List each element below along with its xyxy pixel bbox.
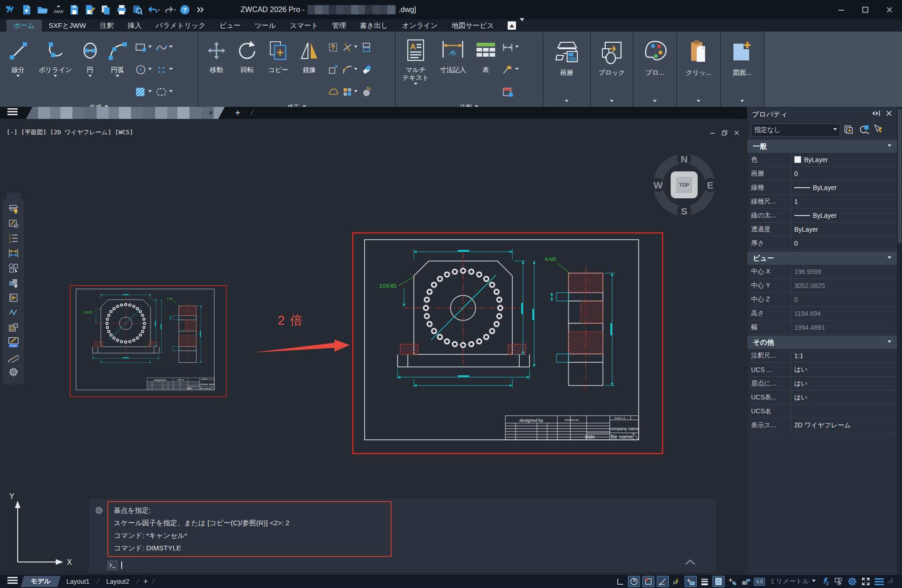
block-replace-icon[interactable]: [7, 277, 20, 289]
annotation-visibility-icon[interactable]: [740, 576, 752, 587]
model-tab[interactable]: モデル: [21, 576, 61, 587]
snap-tracking-icon[interactable]: [657, 576, 669, 587]
leader-tool[interactable]: [501, 63, 520, 76]
rotate-button[interactable]: 回転: [234, 34, 261, 74]
polyline-vertex-icon[interactable]: [7, 307, 20, 319]
new-file-icon[interactable]: [20, 3, 33, 16]
customize-icon[interactable]: [874, 576, 885, 587]
ribbon-panel-properties[interactable]: プロ...: [634, 32, 677, 107]
annotation-monitor-icon[interactable]: [820, 576, 831, 587]
view-compass[interactable]: N W E S TOP: [648, 149, 720, 221]
select-objects-icon[interactable]: [873, 124, 883, 136]
selection-filter-dropdown[interactable]: 指定なし: [751, 124, 840, 137]
viewport-window-icon[interactable]: [7, 321, 20, 333]
clipboard-panel-dropdown[interactable]: [677, 97, 720, 107]
ortho-icon[interactable]: [614, 576, 626, 587]
selection-cycling-icon[interactable]: [833, 576, 844, 587]
explode-tool[interactable]: [360, 85, 373, 98]
array-tool[interactable]: [341, 85, 359, 98]
tab-parametric[interactable]: パラメトリック: [149, 20, 212, 32]
erase-tool[interactable]: [360, 63, 373, 76]
viewport-label[interactable]: [-] [平面図] [2D ワイヤフレーム] [WCS]: [7, 128, 133, 137]
lineweight-icon[interactable]: [699, 576, 710, 587]
tab-close-icon[interactable]: ×: [209, 109, 213, 117]
ribbon-panel-layer[interactable]: 画層: [543, 32, 591, 107]
toolbar-more-icon[interactable]: [194, 3, 207, 16]
dimension-button[interactable]: 寸法記入: [435, 34, 471, 74]
dynamic-input-icon[interactable]: [685, 576, 697, 587]
revcloud-edit-tool[interactable]: [327, 85, 340, 98]
hatch-tool[interactable]: [134, 85, 153, 98]
xref-open-icon[interactable]: [7, 292, 20, 304]
properties-panel-dropdown[interactable]: [634, 97, 676, 107]
dynamic-ucs-icon[interactable]: [671, 576, 682, 587]
tab-manage[interactable]: 管理: [325, 20, 353, 32]
minimize-button[interactable]: [835, 4, 847, 16]
autohide-icon[interactable]: [872, 110, 880, 118]
ellipse-tool[interactable]: [134, 63, 153, 76]
toggle-pickadd-icon[interactable]: [858, 124, 869, 136]
tab-view[interactable]: ビュー: [213, 20, 248, 32]
polar-tracking-icon[interactable]: [628, 576, 640, 587]
preview-icon[interactable]: [131, 3, 144, 16]
properties-scrollbar[interactable]: [897, 107, 902, 575]
table-button[interactable]: 表: [475, 34, 497, 74]
status-gear-icon[interactable]: [847, 576, 858, 587]
linear-dim-tool[interactable]: [501, 41, 520, 54]
copy-icon[interactable]: [99, 3, 112, 16]
object-snap-icon[interactable]: [642, 576, 654, 587]
layout1-tab[interactable]: Layout1: [64, 578, 92, 585]
palette-close-icon[interactable]: [886, 110, 892, 118]
point-tool[interactable]: [155, 63, 174, 76]
drawing-panel-dropdown[interactable]: [721, 97, 764, 107]
settings-gear-icon[interactable]: [7, 366, 20, 378]
tab-sxf-jww[interactable]: SXFとJWW: [42, 20, 93, 32]
tab-online[interactable]: オンライン: [395, 20, 445, 32]
numbered-list-icon[interactable]: 123: [7, 232, 20, 244]
help-icon[interactable]: ?: [178, 3, 191, 16]
move-button[interactable]: 移動: [203, 34, 230, 74]
save-icon[interactable]: [68, 3, 81, 16]
tab-map-service[interactable]: 地図サービス: [444, 20, 501, 32]
table-cell-tool[interactable]: [501, 85, 520, 98]
tab-home[interactable]: ホーム: [7, 20, 42, 32]
print-icon[interactable]: [115, 3, 128, 16]
ribbon-panel-block[interactable]: ブロック: [591, 32, 634, 107]
section-view[interactable]: ビュー: [747, 252, 897, 265]
ribbon-panel-clipboard[interactable]: クリッ...: [677, 32, 721, 107]
vp-restore-icon[interactable]: [722, 129, 727, 137]
layer-preview-icon[interactable]: [7, 203, 20, 215]
command-expand-icon[interactable]: [684, 558, 696, 568]
quick-select-icon[interactable]: [844, 124, 854, 136]
compass-north[interactable]: N: [680, 154, 687, 164]
maximize-button[interactable]: [859, 4, 871, 16]
offset-tool[interactable]: [360, 41, 373, 54]
compass-top-label[interactable]: TOP: [679, 182, 689, 188]
arc-button[interactable]: 円弧: [105, 34, 130, 79]
block-panel-dropdown[interactable]: [591, 97, 633, 107]
vp-close-icon[interactable]: [734, 129, 739, 137]
copy-button[interactable]: コピー: [264, 34, 292, 74]
fullscreen-icon[interactable]: [860, 576, 871, 587]
spline-tool[interactable]: [155, 41, 174, 54]
transparency-icon[interactable]: [712, 576, 725, 587]
measure-icon[interactable]: [7, 351, 20, 363]
drawing-tab[interactable]: ×: [26, 107, 225, 119]
layout2-tab[interactable]: Layout2: [104, 578, 132, 585]
line-button[interactable]: 線分: [5, 34, 32, 79]
tab-export[interactable]: 書き出し: [353, 20, 395, 32]
stretch-tool[interactable]: [327, 41, 340, 54]
jww-import-icon[interactable]: JWW: [52, 3, 65, 16]
layer-panel-dropdown[interactable]: [543, 97, 590, 107]
mtext-button[interactable]: A マルチ テキスト: [400, 34, 431, 87]
units-dropdown[interactable]: ミリメートル: [767, 577, 817, 586]
annotation-scale-button[interactable]: 0.0: [754, 578, 765, 586]
undo-icon[interactable]: [147, 3, 160, 16]
circle-button[interactable]: 円: [79, 34, 101, 79]
layout-menu-icon[interactable]: [7, 577, 18, 586]
fillet-tool[interactable]: [341, 63, 359, 76]
close-button[interactable]: [883, 4, 895, 16]
doc-menu-icon[interactable]: [7, 108, 18, 118]
tab-smart[interactable]: スマート: [283, 20, 325, 32]
ribbon-collapse-down-icon[interactable]: [520, 21, 524, 30]
